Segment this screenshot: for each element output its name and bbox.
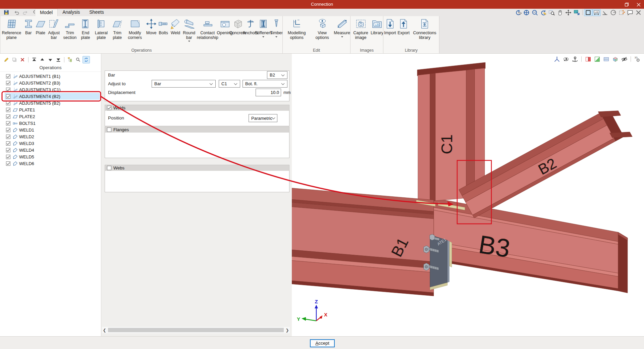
zoom-extents-button[interactable] <box>522 9 531 16</box>
ribbon-button-plate[interactable]: Plate <box>35 17 47 48</box>
beam-b3[interactable]: B3 <box>434 198 628 293</box>
pan-button[interactable] <box>556 9 564 16</box>
ribbon-button-trim-plate[interactable]: Trim plate <box>110 17 124 48</box>
ribbon-button-reference-plane[interactable]: Reference plane <box>1 17 22 48</box>
operation-item-adjustment3-c1[interactable]: ADJUSTMENT3 (C1) <box>0 86 101 93</box>
turntable-button[interactable] <box>571 55 579 63</box>
position-select[interactable]: Parametric <box>249 114 277 122</box>
operation-item-adjustment5-b2[interactable]: ADJUSTMENT5 (B2) <box>0 100 101 106</box>
move-first-button[interactable] <box>31 56 38 63</box>
operation-checkbox[interactable] <box>6 74 10 79</box>
ribbon-button-stiffeners[interactable]: Stiffeners <box>257 17 270 48</box>
operation-checkbox[interactable] <box>6 114 10 119</box>
copy-button[interactable] <box>11 56 18 63</box>
protractor-tool-button[interactable] <box>609 9 618 16</box>
ribbon-button-weld[interactable]: Weld <box>169 17 181 48</box>
ribbon-button-library[interactable]: Library <box>371 17 383 48</box>
operation-checkbox[interactable] <box>6 121 10 126</box>
ribbon-button-trim-section[interactable]: Trim section <box>61 17 79 48</box>
refresh-button[interactable] <box>83 56 90 63</box>
webs-checkbox[interactable] <box>107 166 111 170</box>
operation-item-weld1[interactable]: WELD1 <box>0 127 101 133</box>
ribbon-button-modify-corners[interactable]: Modify corners <box>124 17 145 48</box>
dim-mode-button[interactable]: 1.00 <box>592 9 601 16</box>
operation-item-weld5[interactable]: WELD5 <box>0 153 101 160</box>
operation-item-weld3[interactable]: WELD3 <box>0 140 101 147</box>
ribbon-button-lateral-plate[interactable]: Lateral plate <box>93 17 110 48</box>
welds-group-header[interactable]: Welds <box>105 105 289 111</box>
search-small-button[interactable] <box>74 56 82 63</box>
comment-button[interactable] <box>626 9 634 16</box>
scrollbar-thumb[interactable] <box>108 328 284 332</box>
adjust-to-type-select[interactable]: Bar <box>152 80 216 88</box>
ribbon-button-timber[interactable]: Timber <box>270 17 282 48</box>
scroll-left-arrow[interactable]: ❮ <box>102 328 107 333</box>
ribbon-button-import[interactable]: Import <box>383 17 397 48</box>
move-view-button[interactable] <box>564 9 573 16</box>
zoom-window-button[interactable] <box>547 9 556 16</box>
operation-item-plate1[interactable]: PLATE1 <box>0 106 101 113</box>
displacement-input[interactable] <box>256 89 281 96</box>
ribbon-button-view-options[interactable]: View options <box>311 17 334 48</box>
ribbon-button-bolts[interactable]: Bolts <box>157 17 169 48</box>
section-view-button[interactable] <box>584 55 592 63</box>
move-last-button[interactable] <box>55 56 62 63</box>
settings-3d-button[interactable]: 3D <box>633 55 641 63</box>
ribbon-button-bar[interactable]: Bar <box>22 17 35 48</box>
beam-b1[interactable]: B1 <box>292 187 434 296</box>
operation-checkbox[interactable] <box>6 101 10 105</box>
save-button[interactable] <box>2 9 10 16</box>
flanges-group-header[interactable]: Flanges <box>105 127 289 133</box>
end-plate[interactable]: ATE1 <box>430 235 452 290</box>
model-3d[interactable]: B3 C1 B1 <box>292 54 644 336</box>
operation-checkbox[interactable] <box>6 128 10 132</box>
operation-item-adjustment2-b3[interactable]: ADJUSTMENT2 (B3) <box>0 80 101 86</box>
ribbon-button-contact-relationship[interactable]: Contact relationship <box>197 17 218 48</box>
operation-checkbox[interactable] <box>6 135 10 139</box>
adjust-to-member-select[interactable]: C1 <box>219 80 240 88</box>
operation-item-plate2[interactable]: PLATE2 <box>0 113 101 120</box>
tree-view-button[interactable] <box>66 56 74 63</box>
move-up-button[interactable] <box>39 56 46 63</box>
edit-pencil-button[interactable] <box>3 56 10 63</box>
operation-item-adjustment1-b1[interactable]: ADJUSTMENT1 (B1) <box>0 73 101 80</box>
send-view-button[interactable] <box>573 9 581 16</box>
ribbon-button-capture-image[interactable]: Capture image <box>351 17 371 48</box>
axes-triad-button[interactable] <box>553 55 561 63</box>
frame-mode-button[interactable] <box>584 9 592 16</box>
redo-button[interactable] <box>21 9 30 16</box>
ribbon-button-adjust-bar[interactable]: Adjust bar <box>47 17 61 48</box>
operation-checkbox[interactable] <box>6 155 10 159</box>
ribbon-button-export[interactable]: Export <box>397 17 410 48</box>
accept-button[interactable]: Accept <box>310 339 335 347</box>
hide-eye-button[interactable] <box>620 55 628 63</box>
welds-checkbox[interactable] <box>107 106 111 110</box>
render-points-button[interactable] <box>618 9 626 16</box>
tab-sheets[interactable]: Sheets <box>85 9 109 16</box>
move-down-button[interactable] <box>47 56 54 63</box>
webs-group-header[interactable]: Webs <box>105 165 289 171</box>
flanges-checkbox[interactable] <box>107 128 111 132</box>
tab-model[interactable]: Model <box>35 9 58 16</box>
close-tools-button[interactable] <box>634 9 643 16</box>
shaded-view-button[interactable] <box>593 55 601 63</box>
operation-item-weld4[interactable]: WELD4 <box>0 147 101 153</box>
ribbon-button-end-plate[interactable]: End plate <box>78 17 92 48</box>
horizontal-scrollbar[interactable]: ❮ ❯ <box>102 327 290 333</box>
rotate-view-button[interactable] <box>514 9 522 16</box>
ribbon-button-move[interactable]: Move <box>145 17 157 48</box>
operation-item-weld6[interactable]: WELD6 <box>0 160 101 167</box>
scroll-right-arrow[interactable]: ❯ <box>285 328 290 333</box>
ribbon-button-round-bar[interactable]: Round bar <box>181 17 197 48</box>
operation-item-bolts1[interactable]: BOLTS1 <box>0 120 101 127</box>
operation-checkbox[interactable] <box>6 88 10 92</box>
operation-checkbox[interactable] <box>6 141 10 146</box>
ribbon-button-measure[interactable]: Measure <box>334 17 350 48</box>
ribbon-button-concrete[interactable]: Concrete <box>231 17 245 48</box>
tab-analysis[interactable]: Analysis <box>58 9 85 16</box>
operation-item-weld2[interactable]: WELD2 <box>0 133 101 140</box>
zoom-2x-button[interactable]: ×2 <box>531 9 539 16</box>
close-window-button[interactable] <box>631 0 644 9</box>
operation-item-adjustment4-b2[interactable]: ADJUSTMENT4 (B2) <box>0 93 101 100</box>
operation-checkbox[interactable] <box>6 81 10 85</box>
